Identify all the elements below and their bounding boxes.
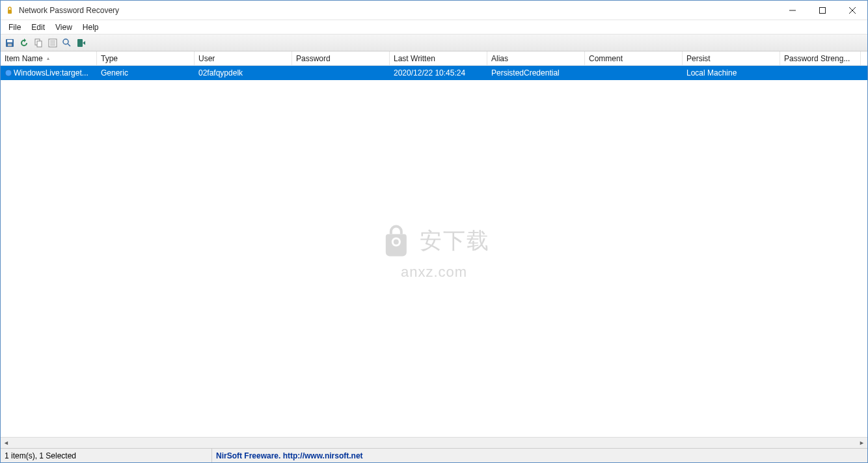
cell-alias: PersistedCredential (487, 68, 585, 77)
watermark: 安下载 anxz.com (378, 223, 490, 281)
window-title: Network Password Recovery (19, 6, 778, 15)
menu-file[interactable]: File (3, 21, 26, 33)
cell-user: 02fafqypdelk (195, 68, 292, 77)
scroll-right-icon[interactable]: ► (856, 438, 867, 449)
svg-point-19 (394, 240, 399, 245)
column-last-written[interactable]: Last Written (390, 51, 487, 65)
cell-item-name: WindowsLive:target... (1, 68, 97, 77)
svg-point-14 (63, 39, 68, 44)
scroll-track[interactable] (12, 438, 856, 448)
column-persist[interactable]: Persist (683, 51, 780, 65)
statusbar: 1 item(s), 1 Selected NirSoft Freeware. … (1, 448, 867, 462)
refresh-icon[interactable] (18, 36, 31, 49)
exit-icon[interactable] (75, 36, 88, 49)
save-icon[interactable] (3, 36, 16, 49)
svg-rect-0 (8, 10, 12, 14)
window-controls (778, 1, 867, 20)
column-password-strength[interactable]: Password Streng... (780, 51, 861, 65)
titlebar: Network Password Recovery (1, 1, 867, 20)
app-icon (5, 5, 15, 16)
svg-rect-6 (7, 40, 12, 42)
svg-point-18 (392, 238, 401, 247)
close-button[interactable] (837, 1, 867, 20)
list-body[interactable]: WindowsLive:target... Generic 02fafqypde… (1, 66, 867, 437)
menu-help[interactable]: Help (77, 21, 104, 33)
column-password[interactable]: Password (292, 51, 390, 65)
svg-line-15 (68, 44, 70, 46)
cell-persist: Local Machine (683, 68, 780, 77)
minimize-button[interactable] (778, 1, 807, 20)
scroll-left-icon[interactable]: ◄ (1, 438, 12, 449)
list-header: Item Name▴ Type User Password Last Writt… (1, 51, 867, 66)
svg-rect-16 (77, 39, 83, 47)
svg-point-17 (5, 70, 12, 76)
svg-rect-7 (8, 44, 12, 46)
horizontal-scrollbar[interactable]: ◄ ► (1, 437, 867, 448)
svg-rect-2 (820, 7, 826, 13)
column-item-name[interactable]: Item Name▴ (1, 51, 97, 65)
column-type[interactable]: Type (97, 51, 195, 65)
menubar: File Edit View Help (1, 20, 867, 35)
cell-type: Generic (97, 68, 195, 77)
maximize-button[interactable] (807, 1, 837, 20)
menu-edit[interactable]: Edit (26, 21, 50, 33)
column-comment[interactable]: Comment (585, 51, 683, 65)
status-credit: NirSoft Freeware. http://www.nirsoft.net (212, 449, 867, 462)
svg-rect-9 (37, 41, 42, 47)
table-row[interactable]: WindowsLive:target... Generic 02fafqypde… (1, 66, 867, 80)
cell-last-written: 2020/12/22 10:45:24 (390, 68, 487, 77)
credential-icon (5, 69, 12, 77)
properties-icon[interactable] (46, 36, 59, 49)
sort-asc-icon: ▴ (47, 55, 49, 61)
menu-view[interactable]: View (50, 21, 77, 33)
status-items: 1 item(s), 1 Selected (1, 449, 212, 462)
find-icon[interactable] (61, 36, 74, 49)
copy-icon[interactable] (32, 36, 45, 49)
column-user[interactable]: User (195, 51, 292, 65)
toolbar (1, 35, 867, 51)
column-alias[interactable]: Alias (487, 51, 585, 65)
